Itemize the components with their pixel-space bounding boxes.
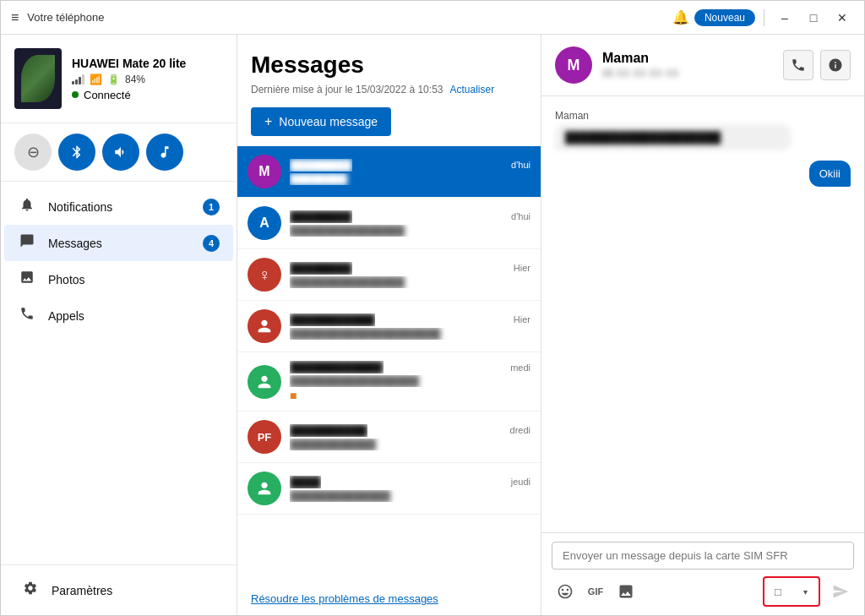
- action-buttons: ⊖: [1, 123, 237, 182]
- emoji-button[interactable]: [552, 578, 579, 605]
- connected-label: Connecté: [84, 89, 131, 101]
- conv-header: ████████ d'hui: [290, 159, 530, 172]
- sidebar-item-appels[interactable]: Appels: [4, 297, 233, 334]
- chat-toolbar: GIF □ ▾: [552, 576, 854, 607]
- conv-content: ████████ d'hui ████████: [290, 159, 530, 185]
- conv-preview: ████████████: [290, 439, 530, 450]
- conv-time: d'hui: [511, 211, 530, 221]
- conv-header: ████ jeudi: [290, 476, 530, 488]
- notifications-label: Notifications: [48, 200, 191, 214]
- nouveau-button[interactable]: Nouveau: [694, 9, 755, 26]
- plus-icon: +: [264, 114, 272, 129]
- chat-avatar-initial: M: [568, 57, 580, 74]
- messages-panel: Messages Dernière mise à jour le 15/03/2…: [237, 35, 541, 615]
- close-button[interactable]: ✕: [830, 6, 854, 30]
- sim-dropdown-button[interactable]: ▾: [792, 578, 819, 605]
- conv-name: ████: [290, 476, 321, 488]
- bluetooth-button[interactable]: [58, 134, 95, 171]
- call-button[interactable]: [783, 50, 813, 80]
- music-button[interactable]: [146, 134, 183, 171]
- message-input[interactable]: [552, 542, 854, 570]
- person-icon: [255, 317, 274, 335]
- sidebar-item-settings[interactable]: Paramètres: [8, 572, 230, 608]
- separator: [764, 9, 764, 26]
- conv-item[interactable]: M ████████ d'hui ████████: [237, 146, 541, 198]
- volume-icon: [113, 144, 128, 160]
- chat-avatar: M: [555, 46, 592, 84]
- mute-button[interactable]: ⊖: [14, 134, 52, 171]
- signal-bar-3: [79, 77, 81, 84]
- device-name: HUAWEI Mate 20 lite: [72, 57, 186, 70]
- conv-name: ████████: [290, 159, 352, 172]
- chat-contact-number: 06 XX XX XX XX: [602, 68, 773, 79]
- conv-time: dredi: [510, 425, 530, 435]
- messages-subtitle: Dernière mise à jour le 15/03/2022 à 10:…: [251, 84, 527, 95]
- sidebar: HUAWEI Mate 20 lite 📶 🔋 84%: [1, 35, 237, 615]
- conv-time: Hier: [514, 314, 530, 324]
- minimize-button[interactable]: –: [773, 6, 797, 30]
- gif-button[interactable]: GIF: [582, 578, 609, 605]
- conv-preview: ██████████████████: [290, 375, 530, 387]
- conv-name: ████████: [290, 210, 352, 223]
- conv-content: ████ jeudi ██████████████: [290, 476, 530, 502]
- conv-item[interactable]: PF ██████████ dredi ████████████: [237, 412, 541, 463]
- sidebar-item-photos[interactable]: Photos: [4, 261, 233, 297]
- last-update-text: Dernière mise à jour le 15/03/2022 à 10:…: [251, 84, 443, 95]
- conv-item[interactable]: ███████████ Hier █████████████████████: [237, 301, 541, 352]
- conv-time: d'hui: [511, 160, 530, 170]
- conv-content: ██████████ dredi ████████████: [290, 424, 530, 450]
- avatar: [248, 472, 281, 505]
- title-bar-left: ≡ Votre téléphone: [11, 10, 672, 25]
- conv-preview: █████████████████████: [290, 328, 530, 340]
- sidebar-item-messages[interactable]: Messages 4: [4, 225, 233, 261]
- conv-header: ████████ Hier: [290, 262, 530, 275]
- sidebar-item-notifications[interactable]: Notifications 1: [4, 188, 233, 225]
- new-message-button[interactable]: + Nouveau message: [251, 107, 391, 136]
- title-bar-right: 🔔 Nouveau – □ ✕: [672, 6, 854, 30]
- new-message-label: Nouveau message: [279, 115, 378, 128]
- conv-time: Hier: [514, 263, 530, 273]
- send-button[interactable]: [827, 578, 854, 605]
- signal-icon: [72, 74, 84, 84]
- send-icon: [832, 583, 849, 600]
- conv-item[interactable]: ████████████ medi ██████████████████ ■: [237, 352, 541, 412]
- conv-time: jeudi: [511, 477, 530, 487]
- messages-header: Messages Dernière mise à jour le 15/03/2…: [237, 35, 541, 146]
- conv-content: ███████████ Hier █████████████████████: [290, 313, 530, 340]
- maximize-button[interactable]: □: [802, 6, 825, 30]
- device-stats: 📶 🔋 84%: [72, 74, 186, 85]
- conv-item[interactable]: ████ jeudi ██████████████: [237, 463, 541, 515]
- message-bubble-sent: Okiii: [809, 161, 851, 187]
- chat-header: M Maman 06 XX XX XX XX: [541, 35, 864, 96]
- image-button[interactable]: [612, 578, 639, 605]
- battery-icon: 🔋: [107, 74, 120, 85]
- conv-time: medi: [510, 363, 530, 373]
- sim-icon-button[interactable]: □: [764, 578, 792, 605]
- title-bar: ≡ Votre téléphone 🔔 Nouveau – □ ✕: [1, 1, 864, 35]
- resolve-link[interactable]: Résoudre les problèmes de messages: [237, 582, 541, 615]
- photos-label: Photos: [48, 273, 220, 286]
- notifications-badge: 1: [203, 199, 220, 215]
- appels-icon: [18, 306, 36, 325]
- message-group-sent: Okiii: [555, 161, 851, 187]
- conv-name: ██████████: [290, 424, 367, 437]
- chat-contact-info: Maman 06 XX XX XX XX: [602, 51, 773, 79]
- chat-panel: M Maman 06 XX XX XX XX M: [541, 35, 864, 615]
- device-card: HUAWEI Mate 20 lite 📶 🔋 84%: [1, 35, 237, 123]
- volume-button[interactable]: [102, 134, 139, 171]
- hamburger-icon[interactable]: ≡: [11, 10, 19, 25]
- device-info: HUAWEI Mate 20 lite 📶 🔋 84%: [72, 57, 186, 101]
- conv-header: ███████████ Hier: [290, 313, 530, 326]
- message-bubble: ████████████████████: [555, 124, 792, 150]
- bell-icon[interactable]: 🔔: [672, 9, 689, 25]
- chat-actions: [783, 50, 851, 80]
- sim-select-group: □ ▾: [763, 576, 820, 607]
- notifications-icon: [18, 197, 36, 216]
- conv-item[interactable]: A ████████ d'hui ████████████████: [237, 198, 541, 249]
- info-button[interactable]: [820, 50, 851, 80]
- settings-icon: [21, 581, 40, 600]
- actualiser-link[interactable]: Actualiser: [449, 84, 494, 95]
- avatar: PF: [248, 420, 281, 454]
- photos-icon: [18, 270, 36, 289]
- conv-item[interactable]: ♀ ████████ Hier ████████████████: [237, 249, 541, 301]
